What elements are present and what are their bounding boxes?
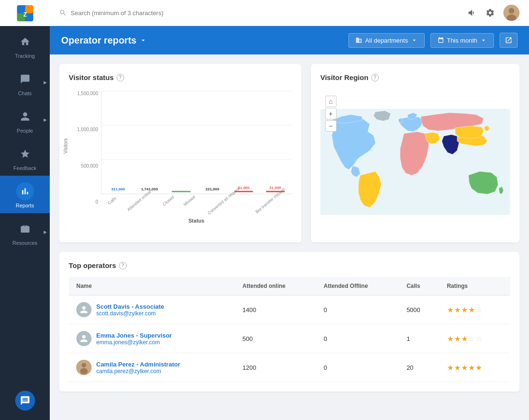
top-operators-title: Top operators ? <box>69 261 510 269</box>
sidebar-item-reports[interactable]: Reports <box>0 176 50 213</box>
logo: Z <box>0 0 50 26</box>
svg-text:Z: Z <box>23 11 27 18</box>
zylker-logo: Z <box>16 4 34 22</box>
map-home-button[interactable]: ⌂ <box>325 96 337 107</box>
y-axis-label: Visitors <box>63 138 68 154</box>
col-attended-offline: Attended Offline <box>316 277 399 295</box>
sidebar-item-feedback[interactable]: Feedback <box>0 138 50 176</box>
visitor-region-card: Visitor Region ? <box>311 64 520 242</box>
resources-icon-wrap <box>16 220 34 238</box>
sidebar-item-people[interactable]: People ▶ <box>0 101 50 138</box>
sidebar: Z Tracking Chats ▶ People ▶ Feedback Rep <box>0 0 50 420</box>
bar-calls: 311,000 <box>106 187 130 192</box>
search-input[interactable] <box>71 9 194 17</box>
chats-expand-icon: ▶ <box>44 80 47 85</box>
sidebar-item-chats[interactable]: Chats ▶ <box>0 63 50 101</box>
rating-stars-scott: ★★★★☆ <box>447 306 483 314</box>
topbar <box>50 0 529 26</box>
reports-icon-wrap <box>16 182 34 200</box>
table-header-row: Name Attended online Attended Offline Ca… <box>69 277 510 295</box>
sidebar-item-people-label: People <box>17 128 33 134</box>
sidebar-item-reports-label: Reports <box>16 203 34 208</box>
people-icon-wrap <box>16 107 34 125</box>
x-label-converted: Converted as request <box>202 197 243 204</box>
sidebar-item-tracking-label: Tracking <box>15 53 35 59</box>
camila-avatar-img <box>76 360 91 375</box>
user-avatar[interactable] <box>503 5 520 21</box>
briefcase-icon <box>20 223 30 234</box>
operator-email-scott: scott.davis@zylker.com <box>96 310 164 317</box>
visitor-status-title: Visitor status ? <box>69 73 292 81</box>
operator-avatar-emma <box>76 331 91 346</box>
col-ratings: Ratings <box>439 277 510 295</box>
calendar-icon <box>438 37 444 44</box>
main-content: Operator reports All departments This mo… <box>50 0 529 420</box>
sidebar-item-tracking[interactable]: Tracking <box>0 26 50 63</box>
departments-dropdown[interactable]: All departments <box>348 33 424 48</box>
camila-rating: ★★★★★ <box>439 353 510 382</box>
sidebar-item-resources-label: Resources <box>12 240 37 246</box>
x-label-calls: Calls <box>106 197 115 204</box>
y-label-0: 0 <box>95 199 98 205</box>
sidebar-item-chats-label: Chats <box>18 90 32 96</box>
star-icon <box>20 149 30 159</box>
logo-box: Z <box>16 4 34 22</box>
chat-icon <box>20 74 30 84</box>
svg-point-12 <box>80 368 88 375</box>
home-icon <box>20 36 30 47</box>
export-button[interactable] <box>500 33 518 48</box>
map-svg <box>320 91 510 233</box>
content-area: Visitor status ? 1,500,000 1,000,000 500… <box>50 54 529 420</box>
camila-calls: 20 <box>399 353 439 382</box>
sidebar-item-feedback-label: Feedback <box>13 165 36 171</box>
visitor-status-help-icon[interactable]: ? <box>117 74 124 81</box>
x-label-attended: Attended online <box>123 197 153 204</box>
col-calls: Calls <box>399 277 439 295</box>
tracking-icon-wrap <box>16 33 34 51</box>
operator-avatar-camila <box>76 360 91 375</box>
bar-chart-icon <box>20 186 30 197</box>
table-row: Emma Jones - Supervisor emma.jones@zylke… <box>69 324 510 353</box>
operator-avatar-scott <box>76 302 91 317</box>
emma-rating: ★★★☆☆ <box>439 324 510 353</box>
map-zoom-in-button[interactable]: + <box>325 108 337 119</box>
search-wrap <box>59 9 467 17</box>
svg-point-7 <box>509 8 514 14</box>
col-attended-online: Attended online <box>235 277 316 295</box>
camila-attended-online: 1200 <box>235 353 316 382</box>
charts-row: Visitor status ? 1,500,000 1,000,000 500… <box>59 64 520 242</box>
y-label-1000000: 1,000,000 <box>77 127 99 132</box>
table-row: Scott Davis - Associate scott.davis@zylk… <box>69 295 510 324</box>
page-title: Operator reports <box>61 35 147 46</box>
map-controls: ⌂ + − <box>325 96 337 132</box>
x-label-missed: Missed <box>181 197 195 204</box>
avatar-image <box>503 5 520 21</box>
export-icon <box>505 36 512 44</box>
sidebar-item-resources[interactable]: Resources ▶ <box>0 213 50 250</box>
scott-attended-online: 1400 <box>235 295 316 324</box>
camila-attended-offline: 0 <box>316 353 399 382</box>
visitor-region-help-icon[interactable]: ? <box>371 74 379 81</box>
chats-icon-wrap <box>16 70 34 88</box>
emma-attended-offline: 0 <box>316 324 399 353</box>
x-label-closed: Closed <box>160 197 173 204</box>
person-placeholder-icon <box>79 304 89 315</box>
map-zoom-out-button[interactable]: − <box>325 120 337 132</box>
bar-closed <box>169 190 193 192</box>
table-row: Camila Perez - Administrator camila.pere… <box>69 353 510 382</box>
operator-name-emma: Emma Jones - Supervisor <box>96 332 172 339</box>
col-name: Name <box>69 277 235 295</box>
time-dropdown[interactable]: This month <box>430 33 494 48</box>
y-label-500000: 500,000 <box>81 163 98 169</box>
volume-icon[interactable] <box>467 8 477 18</box>
search-icon <box>59 9 67 17</box>
bar-missed: 221,000 <box>201 187 224 192</box>
top-operators-help-icon[interactable]: ? <box>119 262 127 269</box>
top-operators-card: Top operators ? Name Attended online Att… <box>59 252 520 392</box>
resources-expand-icon: ▶ <box>44 230 47 234</box>
chat-button[interactable] <box>15 391 35 411</box>
scott-attended-offline: 0 <box>316 295 399 324</box>
scott-rating: ★★★★☆ <box>439 295 510 324</box>
chat-bubble-icon <box>20 395 30 406</box>
settings-icon[interactable] <box>485 8 495 18</box>
